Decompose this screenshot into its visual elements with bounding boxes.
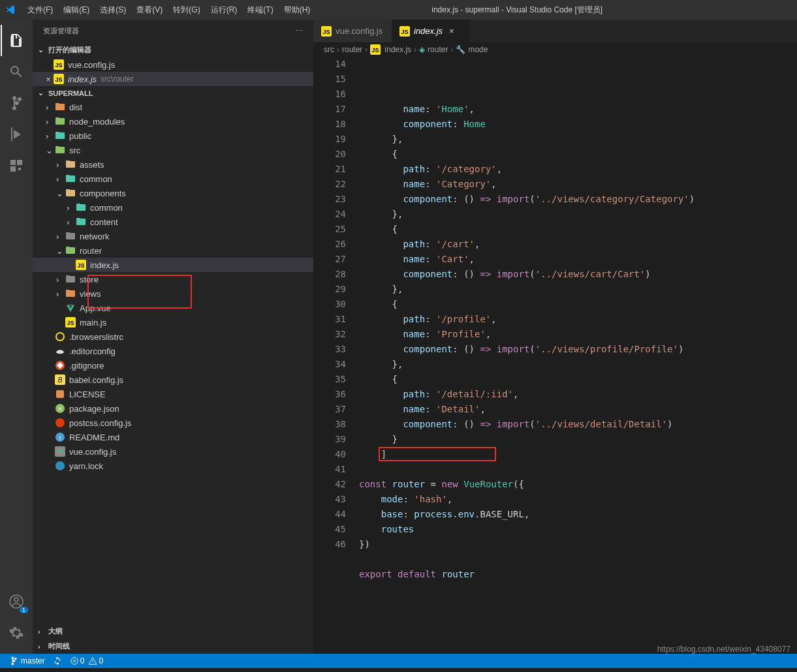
project-section[interactable]: ⌄ SUPERMALL [33, 86, 313, 100]
folder-item[interactable]: ⌄src [33, 143, 313, 157]
svg-text:JS: JS [372, 47, 379, 53]
file-name: .browserslistrc [69, 332, 123, 342]
file-item[interactable]: .editorconfig [33, 344, 313, 358]
svg-text:JS: JS [322, 29, 330, 35]
folder-item[interactable]: ›content [33, 215, 313, 229]
accounts-icon[interactable]: 1 [1, 586, 32, 617]
folder-item[interactable]: ›network [33, 229, 313, 243]
open-editors-section[interactable]: ⌄ 打开的编辑器 [33, 42, 313, 57]
folder-item[interactable]: ›dist [33, 100, 313, 114]
folder-item[interactable]: ⌄router [33, 243, 313, 258]
file-icon: JS [321, 26, 332, 37]
menu-item[interactable]: 帮助(H) [279, 5, 316, 16]
vscode-icon [5, 5, 16, 15]
menu-item[interactable]: 终端(T) [242, 5, 278, 16]
breadcrumbs[interactable]: src›router›JSindex.js›◈router›🔧mode [313, 42, 797, 57]
folder-item[interactable]: ›store [33, 272, 313, 286]
open-editor-item[interactable]: JSvue.config.js [33, 57, 313, 72]
file-item[interactable]: App.vue [33, 301, 313, 315]
file-name: views [80, 289, 101, 299]
folder-item[interactable]: ›node_modules [33, 114, 313, 129]
editor-tab[interactable]: JSindex.js× [392, 20, 470, 42]
run-debug-icon[interactable] [1, 119, 32, 150]
chevron-right-icon: › [67, 203, 76, 213]
sidebar-more-icon[interactable]: ⋯ [296, 27, 303, 35]
code-editor[interactable]: 1415161718192021222324252627282930313233… [313, 57, 797, 654]
titlebar: 文件(F)编辑(E)选择(S)查看(V)转到(G)运行(R)终端(T)帮助(H)… [0, 0, 797, 20]
close-icon[interactable]: × [43, 74, 54, 84]
file-item[interactable]: LICENSE [33, 387, 313, 401]
folder-icon [55, 116, 65, 127]
svg-text:JS: JS [67, 320, 74, 326]
svg-text:JS: JS [401, 29, 408, 35]
folder-item[interactable]: ›common [33, 172, 313, 186]
branch-status[interactable]: master [5, 656, 49, 665]
svg-rect-11 [55, 132, 59, 134]
file-name: network [80, 232, 110, 241]
file-item[interactable]: Bbabel.config.js [33, 373, 313, 387]
folder-item[interactable]: ›views [33, 286, 313, 301]
menu-item[interactable]: 查看(V) [131, 5, 168, 16]
file-name: assets [80, 160, 104, 170]
close-icon[interactable]: × [449, 26, 454, 36]
status-bar: master 0 0 [0, 654, 797, 668]
file-icon: i [55, 432, 65, 442]
open-editor-item[interactable]: ×JSindex.jssrc\router [33, 72, 313, 86]
svg-rect-19 [66, 189, 70, 191]
breadcrumb-item[interactable]: router [342, 45, 362, 54]
menu-item[interactable]: 文件(F) [22, 5, 58, 16]
outline-section[interactable]: › 大纲 [33, 624, 313, 639]
breadcrumb-item[interactable]: ◈router [419, 45, 448, 54]
folder-item[interactable]: ›public [33, 129, 313, 143]
extensions-icon[interactable] [1, 150, 32, 181]
explorer-icon[interactable] [1, 25, 32, 56]
menu-item[interactable]: 转到(G) [168, 5, 205, 16]
menu-item[interactable]: 选择(S) [95, 5, 131, 16]
file-name: content [90, 217, 118, 227]
breadcrumb-item[interactable]: src [324, 45, 334, 54]
file-item[interactable]: yarn.lock [33, 459, 313, 473]
file-name: App.vue [80, 303, 111, 313]
file-name: README.md [69, 433, 119, 442]
folder-icon [65, 245, 76, 256]
breadcrumb-item[interactable]: 🔧mode [456, 45, 488, 54]
file-item[interactable]: vue.config.js [33, 444, 313, 459]
svg-rect-15 [66, 160, 70, 162]
svg-text:B: B [58, 376, 63, 384]
problems-status[interactable]: 0 0 [66, 656, 107, 665]
file-name: store [80, 275, 99, 284]
file-item[interactable]: .browserslistrc [33, 329, 313, 344]
file-item[interactable]: Npackage.json [33, 401, 313, 416]
timeline-section[interactable]: › 时间线 [33, 639, 313, 654]
svg-rect-17 [66, 175, 70, 177]
chevron-down-icon: ⌄ [56, 189, 65, 198]
file-icon: B [55, 374, 65, 385]
menu-item[interactable]: 运行(R) [206, 5, 243, 16]
menu-bar: 文件(F)编辑(E)选择(S)查看(V)转到(G)运行(R)终端(T)帮助(H) [22, 5, 315, 16]
svg-rect-31 [66, 275, 70, 277]
folder-item[interactable]: ›assets [33, 157, 313, 172]
svg-rect-7 [55, 103, 59, 105]
code-content[interactable]: name: 'Home', component: Home }, { path:… [359, 57, 797, 654]
sync-status[interactable] [49, 656, 66, 665]
sidebar-title: 资源管理器 ⋯ [33, 20, 313, 42]
settings-gear-icon[interactable] [1, 617, 32, 649]
source-control-icon[interactable] [1, 87, 32, 119]
file-name: LICENSE [69, 389, 106, 399]
file-item[interactable]: .gitignore [33, 358, 313, 373]
folder-item[interactable]: ⌄components [33, 186, 313, 200]
menu-item[interactable]: 编辑(E) [58, 5, 95, 16]
breadcrumb-item[interactable]: JSindex.js [370, 44, 411, 55]
folder-icon [65, 159, 76, 170]
file-item[interactable]: JSindex.js [33, 258, 313, 272]
folder-item[interactable]: ›common [33, 200, 313, 215]
search-icon[interactable] [1, 56, 32, 87]
editor-tab[interactable]: JSvue.config.js [313, 20, 392, 42]
file-item[interactable]: JSmain.js [33, 315, 313, 329]
file-item[interactable]: iREADME.md [33, 430, 313, 444]
file-item[interactable]: postcss.config.js [33, 416, 313, 430]
file-name: common [90, 203, 123, 213]
chevron-right-icon: › [46, 131, 55, 141]
file-name: src [69, 145, 80, 155]
file-name: public [69, 131, 91, 141]
